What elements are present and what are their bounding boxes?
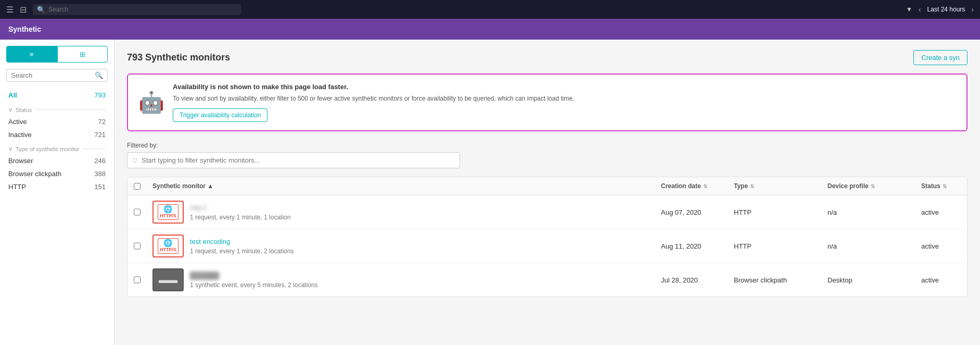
filter-icon[interactable]: ▼: [906, 6, 912, 13]
hamburger-icon[interactable]: ☰: [6, 5, 14, 15]
status-sort-icon: ⇅: [943, 183, 947, 189]
main-layout: ≡ ⊞ 🔍 All 793 ∨ Status Active 72 Inactiv: [0, 40, 980, 345]
nav-back-arrow[interactable]: ‹: [919, 5, 921, 14]
row-1-meta: 1 request, every 1 minute, 1 location: [190, 214, 290, 221]
creation-date-header[interactable]: Creation date ⇅: [655, 182, 728, 190]
inactive-count: 721: [94, 131, 106, 139]
globe-icon: 🌐: [163, 205, 172, 213]
row-2-thumbnail: 🌐 HTTP/S: [152, 235, 184, 257]
global-search-input[interactable]: [48, 6, 237, 13]
row-1-device: n/a: [821, 208, 915, 216]
monitor-name-header[interactable]: Synthetic monitor ▲: [146, 182, 655, 190]
sidebar-item-active[interactable]: Active 72: [0, 115, 114, 128]
row-1-link[interactable]: http://: [190, 204, 648, 212]
row-2-info: test encoding 1 request, every 1 minute,…: [190, 238, 648, 255]
type-header[interactable]: Type ⇅: [728, 182, 821, 190]
table-header: Synthetic monitor ▲ Creation date ⇅ Type…: [128, 177, 967, 195]
status-divider: [35, 109, 106, 110]
row-3-info: ██████/ 1 synthetic event, every 5 minut…: [190, 272, 648, 289]
row-3-monitor-cell: ▬▬ ██████/ 1 synthetic event, every 5 mi…: [146, 268, 655, 291]
status-label: Status: [921, 182, 940, 190]
type-section-header: ∨ Type of synthetic monitor: [0, 141, 114, 154]
type-label: Type: [734, 182, 748, 190]
grid-icon: ⊞: [80, 51, 85, 58]
nav-forward-arrow[interactable]: ›: [971, 5, 974, 14]
sidebar: ≡ ⊞ 🔍 All 793 ∨ Status Active 72 Inactiv: [0, 40, 114, 345]
active-count: 72: [98, 118, 106, 126]
row-3-link[interactable]: ██████/: [190, 272, 648, 279]
sidebar-item-http[interactable]: HTTP 151: [0, 180, 114, 193]
filter-section: Filtered by: ▽: [127, 142, 968, 168]
type-section-label: Type of synthetic monitor: [16, 146, 79, 152]
content-area: 793 Synthetic monitors Create a syn 🤖 Av…: [114, 40, 980, 345]
row-2-link[interactable]: test encoding: [190, 238, 648, 245]
https-text-2: HTTP/S: [160, 248, 176, 253]
status-section-header: ∨ Status: [0, 102, 114, 115]
select-all-checkbox[interactable]: [134, 183, 141, 190]
filter-funnel-icon: ▽: [133, 157, 137, 164]
inactive-label: Inactive: [8, 131, 32, 139]
browser-clickpath-label: Browser clickpath: [8, 170, 61, 178]
active-label: Active: [8, 118, 27, 126]
sidebar-all-label: All: [8, 91, 17, 99]
https-badge: 🌐 HTTP/S: [158, 204, 179, 219]
device-profile-label: Device profile: [828, 182, 869, 190]
banner-title: Availability is not shown to make this p…: [173, 83, 956, 91]
search-icon: 🔍: [37, 6, 45, 14]
time-range[interactable]: Last 24 hours: [927, 6, 965, 13]
row-1-monitor-cell: 🌐 HTTP/S http:// 1 request, every 1 minu…: [146, 201, 655, 224]
sidebar-search-container[interactable]: 🔍: [6, 69, 108, 82]
global-search[interactable]: 🔍: [33, 4, 241, 15]
device-profile-sort-icon: ⇅: [871, 183, 875, 189]
row-3-date: Jul 28, 2020: [655, 276, 728, 284]
content-header: 793 Synthetic monitors Create a syn: [127, 50, 968, 65]
sidebar-search-icon: 🔍: [95, 71, 103, 79]
row-2-checkbox[interactable]: [134, 242, 141, 250]
browser-count: 246: [94, 157, 106, 165]
row-2-checkbox-cell: [128, 242, 146, 250]
status-section-label: Status: [16, 107, 32, 113]
row-2-date: Aug 11, 2020: [655, 242, 728, 250]
row-1-checkbox-cell: [128, 208, 146, 216]
http-count: 151: [94, 183, 106, 191]
table-row: 🌐 HTTP/S test encoding 1 request, every …: [128, 229, 967, 263]
type-sort-icon: ⇅: [750, 183, 754, 189]
device-profile-header[interactable]: Device profile ⇅: [821, 182, 915, 190]
availability-banner: 🤖 Availability is not shown to make this…: [127, 73, 968, 131]
monitors-table: Synthetic monitor ▲ Creation date ⇅ Type…: [127, 177, 968, 297]
row-3-type: Browser clickpath: [728, 276, 821, 284]
banner-content: Availability is not shown to make this p…: [173, 83, 956, 122]
sidebar-search-input[interactable]: [11, 71, 92, 79]
app-title: Synthetic: [8, 25, 41, 33]
checkbox-column-header: [128, 182, 146, 190]
row-3-checkbox-cell: [128, 276, 146, 284]
creation-date-sort-icon: ⇅: [703, 183, 707, 189]
row-3-status: active: [915, 276, 967, 284]
dashboard-icon[interactable]: ⊟: [20, 5, 27, 15]
filter-input[interactable]: [142, 156, 454, 164]
filter-input-container[interactable]: ▽: [127, 152, 460, 168]
row-3-device: Desktop: [821, 276, 915, 284]
sidebar-item-inactive[interactable]: Inactive 721: [0, 128, 114, 141]
row-3-meta: 1 synthetic event, every 5 minutes, 2 lo…: [190, 281, 317, 289]
banner-description: To view and sort by availability, either…: [173, 94, 956, 103]
create-synthetic-button[interactable]: Create a syn: [913, 50, 968, 65]
row-1-date: Aug 07, 2020: [655, 208, 728, 216]
row-3-checkbox[interactable]: [134, 276, 141, 284]
page-title: 793 Synthetic monitors: [127, 52, 230, 63]
sidebar-all-item[interactable]: All 793: [0, 88, 114, 102]
sidebar-item-browser[interactable]: Browser 246: [0, 154, 114, 167]
app-header: Synthetic: [0, 19, 980, 40]
trigger-availability-button[interactable]: Trigger availability calculation: [173, 108, 268, 122]
row-1-checkbox[interactable]: [134, 208, 141, 216]
row-1-status: active: [915, 208, 967, 216]
chevron-down-icon: ∨: [8, 106, 12, 113]
row-2-device: n/a: [821, 242, 915, 250]
grid-view-button[interactable]: ⊞: [57, 46, 108, 63]
creation-date-label: Creation date: [661, 182, 701, 190]
status-header[interactable]: Status ⇅: [915, 182, 967, 190]
sidebar-item-browser-clickpath[interactable]: Browser clickpath 388: [0, 167, 114, 180]
list-view-button[interactable]: ≡: [6, 46, 57, 63]
row-1-thumbnail: 🌐 HTTP/S: [152, 201, 184, 224]
type-divider: [82, 149, 106, 149]
